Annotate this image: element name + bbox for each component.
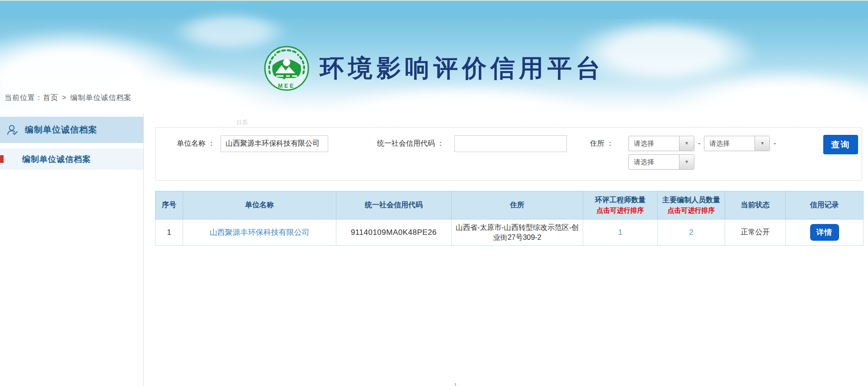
sort-hint[interactable]: 点击可进行排序 (585, 206, 656, 215)
district-select[interactable]: 请选择 ▼ (628, 154, 694, 170)
district-select-value: 请选择 (629, 155, 679, 169)
header-credit-code: 统一社会信用代码 (336, 191, 452, 219)
search-panel: 单位名称 ： 统一社会信用代码 ： 住所 ： 请选择 ▼ - 请选择 ▼ - 请… (155, 127, 862, 181)
staff-count-link[interactable]: 2 (689, 228, 693, 237)
city-select-value: 请选择 (704, 136, 755, 151)
unit-name-input[interactable] (221, 135, 328, 152)
sidebar-header-label: 编制单位诚信档案 (25, 124, 97, 136)
detail-button[interactable]: 详情 (810, 224, 839, 241)
header-banner: MEE 环境影响评价信用平台 当前位置：首页>编制单位诚信档案 (0, 0, 868, 113)
address-selects: 请选择 ▼ - 请选择 ▼ - 请选择 ▼ (628, 135, 780, 172)
chevron-down-icon[interactable]: ▼ (755, 136, 769, 151)
header-address: 住所 (452, 191, 583, 219)
sidebar-item-label: 编制单位诚信档案 (22, 154, 91, 165)
row-index: 1 (156, 219, 183, 246)
unit-name-link[interactable]: 山西聚源丰环保科技有限公司 (210, 228, 310, 237)
header-credit-record: 信用记录 (786, 191, 863, 219)
watermark-artifact: 日志 (236, 118, 249, 127)
unit-name-label: 单位名称 ： (177, 135, 215, 152)
chevron-down-icon[interactable]: ▼ (679, 136, 694, 151)
city-select[interactable]: 请选择 ▼ (704, 136, 770, 151)
breadcrumb-location-label: 当前位置： (5, 94, 43, 101)
breadcrumb-current: 编制单位诚信档案 (70, 94, 132, 101)
header-staff-count-sortable[interactable]: 主要编制人员数量 点击可进行排序 (658, 191, 725, 219)
credit-code-input[interactable] (454, 135, 567, 152)
header-status: 当前状态 (725, 191, 786, 219)
row-credit-code: 91140109MA0K48PE26 (336, 219, 452, 246)
site-title: 环境影响评价信用平台 (320, 52, 604, 85)
engineer-count-link[interactable]: 1 (618, 228, 622, 237)
row-status: 正常公开 (725, 219, 786, 246)
province-select-value: 请选择 (629, 136, 679, 151)
chevron-down-icon[interactable]: ▼ (679, 155, 694, 169)
province-select[interactable]: 请选择 ▼ (628, 136, 694, 151)
query-button[interactable]: 查询 (823, 135, 858, 154)
mee-logo-icon: MEE (264, 45, 310, 91)
mee-logo-text: MEE (278, 83, 295, 89)
breadcrumb-home-link[interactable]: 首页 (43, 94, 58, 101)
sidebar-item-archive[interactable]: 编制单位诚信档案 (0, 148, 143, 170)
address-label: 住所 ： (590, 135, 613, 152)
sidebar-header-archive[interactable]: 编制单位诚信档案 (0, 117, 143, 143)
sort-hint[interactable]: 点击可进行排序 (660, 206, 723, 215)
sidebar: 编制单位诚信档案 编制单位诚信档案 (0, 113, 144, 386)
credit-code-label: 统一社会信用代码 ： (377, 135, 444, 152)
header-engineer-count-label: 环评工程师数量 (595, 196, 646, 204)
results-table: 序号 单位名称 统一社会信用代码 住所 环评工程师数量 点击可进行排序 主要编制… (155, 191, 863, 246)
header-index: 序号 (156, 191, 183, 219)
person-check-icon (6, 124, 19, 136)
table-row: 1 山西聚源丰环保科技有限公司 91140109MA0K48PE26 山西省-太… (156, 219, 863, 246)
breadcrumb-separator: > (62, 94, 66, 101)
address-dash: - (698, 139, 700, 148)
pagination-artifact[interactable]: 1 (454, 382, 457, 386)
row-address: 山西省-太原市-山西转型综改示范区-创业街27号309-2 (452, 219, 583, 246)
table-header-row: 序号 单位名称 统一社会信用代码 住所 环评工程师数量 点击可进行排序 主要编制… (156, 191, 863, 219)
header-unit-name: 单位名称 (183, 191, 336, 219)
top-band (0, 0, 868, 19)
active-marker (0, 155, 4, 163)
breadcrumb: 当前位置：首页>编制单位诚信档案 (5, 93, 132, 103)
address-dash: - (774, 139, 776, 148)
header-engineer-count-sortable[interactable]: 环评工程师数量 点击可进行排序 (583, 191, 658, 219)
header-staff-count-label: 主要编制人员数量 (662, 196, 720, 204)
site-brand: MEE 环境影响评价信用平台 (264, 45, 604, 91)
